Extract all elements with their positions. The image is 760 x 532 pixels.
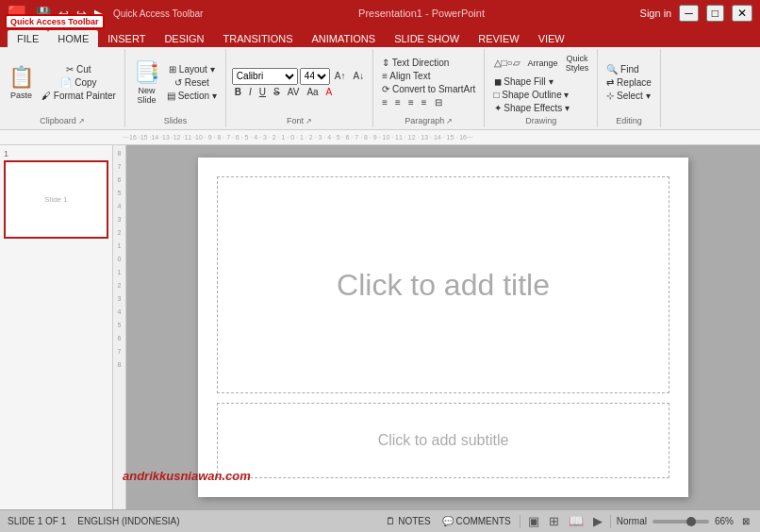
italic-button[interactable]: I [246,86,255,98]
font-color-btn[interactable]: A [323,86,336,98]
zoom-thumb[interactable] [686,517,696,526]
bold-button[interactable]: B [232,86,244,98]
ribbon-tab-bar: FILE HOME INSERT DESIGN TRANSITIONS ANIM… [0,26,760,47]
ruler-num: 3 [118,292,122,306]
zoom-slider[interactable] [653,520,709,524]
editing-row-1: 🔍 Find [603,63,653,75]
shape-effects-btn[interactable]: ✦ Shape Effects ▾ [491,102,573,114]
fit-slide-button[interactable]: ⊠ [739,515,752,527]
tab-file[interactable]: FILE [8,30,48,47]
signin-label: Sign in [640,8,672,19]
editing-row-3: ⊹ Select ▾ [603,90,653,102]
copy-button[interactable]: 📄 Copy [39,76,119,89]
reset-button[interactable]: ↺ Reset [164,76,220,89]
comments-button[interactable]: 💬 COMMENTS [439,515,514,527]
columns-btn[interactable]: ⊟ [432,96,445,108]
notes-icon: 🗒 [386,516,395,526]
slide-subtitle-textbox[interactable]: Click to add subtitle [217,403,669,478]
section-button[interactable]: ▤ Section ▾ [164,90,220,102]
char-spacing-btn[interactable]: AV [285,86,303,98]
underline-button[interactable]: U [256,86,269,98]
quick-styles-btn[interactable]: QuickStyles [563,52,592,75]
slide-title-textbox[interactable]: Click to add title [217,176,669,393]
editing-label: Editing [616,114,642,125]
ribbon-group-drawing: △□○▱ Arrange QuickStyles ◼ Shape Fill ▾ … [485,49,598,127]
new-slide-button[interactable]: 📑 NewSlide [131,58,162,107]
format-painter-button[interactable]: 🖌 Format Painter [39,90,119,102]
reading-view-button[interactable]: 📖 [567,514,586,528]
minimize-button[interactable]: ─ [679,5,699,22]
font-size-select[interactable]: 44 [300,68,330,85]
para-row-4: ≡ ≡ ≡ ≡ ⊟ [379,96,478,108]
paste-button[interactable]: 📋 Paste [6,63,37,102]
tab-home[interactable]: HOME [48,30,98,47]
clipboard-label: Clipboard ↗ [40,114,85,125]
layout-button[interactable]: ⊞ Layout ▾ [164,63,220,75]
slideshow-button[interactable]: ▶ [591,514,604,528]
justify-btn[interactable]: ≡ [419,96,430,108]
ruler-num: 5 [118,187,122,200]
ribbon-group-editing: 🔍 Find ⇄ Replace ⊹ Select ▾ Editing [598,49,660,127]
zoom-level: 66% [715,516,734,526]
ruler-num: 6 [118,332,122,345]
drawing-label: Drawing [525,114,556,125]
strikethrough-button[interactable]: S [271,86,283,98]
quick-access-label: Quick Access Toolbar [113,8,203,19]
cut-button[interactable]: ✂ Cut [39,63,119,75]
slide-thumbnail-1[interactable]: Slide 1 [4,160,108,239]
para-row-1: ⇕ Text Direction [379,57,478,69]
font-family-select[interactable]: Calibri [232,68,298,85]
status-right: 🗒 NOTES 💬 COMMENTS ▣ ⊞ 📖 ▶ Normal 66% ⊠ [383,514,752,528]
ruler-num: 0 [118,253,122,266]
ruler-marks-h: ⋯16 ·15 ·14 ·13 ·12 ·11 ·10 · 9 · 8 · 7 … [123,134,473,141]
tab-animations[interactable]: ANIMATIONS [303,30,386,47]
shape-outline-btn[interactable]: □ Shape Outline ▾ [491,89,572,101]
ribbon-group-font: Calibri 44 A↑ A↓ B I U S AV Aa A [226,49,373,127]
ruler-num: 1 [118,240,122,253]
ruler-num: 8 [118,147,122,160]
para-rows: ⇕ Text Direction ≡ Align Text ⟳ Convert … [379,57,478,108]
align-right-btn[interactable]: ≡ [405,96,417,108]
replace-btn[interactable]: ⇄ Replace [603,76,653,89]
tab-view[interactable]: VIEW [529,30,574,47]
notes-label: NOTES [398,516,430,526]
arrange-btn[interactable]: Arrange [525,57,561,70]
ruler-num: 2 [118,226,122,240]
horizontal-ruler: ⋯16 ·15 ·14 ·13 ·12 ·11 ·10 · 9 · 8 · 7 … [0,130,760,145]
shape-fill-btn[interactable]: ◼ Shape Fill ▾ [491,75,556,88]
increase-font-btn[interactable]: A↑ [332,70,349,82]
paragraph-label: Paragraph ↗ [405,114,453,125]
tab-transitions[interactable]: TRANSITIONS [214,30,303,47]
slide-sorter-button[interactable]: ⊞ [547,514,561,528]
align-center-btn[interactable]: ≡ [392,96,404,108]
tab-design[interactable]: DESIGN [155,30,213,47]
align-text-btn[interactable]: ≡ Align Text [379,70,433,82]
ribbon-group-slides: 📑 NewSlide ⊞ Layout ▾ ↺ Reset ▤ Section … [125,49,226,127]
slide-navigation-pane: 1 Slide 1 [0,145,113,509]
status-bar: SLIDE 1 OF 1 ENGLISH (INDONESIA) 🗒 NOTES… [0,509,760,532]
comments-icon: 💬 [442,516,454,526]
tab-insert[interactable]: INSERT [98,30,155,47]
ruler-num: 7 [118,160,122,174]
convert-smartart-btn[interactable]: ⟳ Convert to SmartArt [379,83,478,95]
font-row-2: B I U S AV Aa A [232,86,367,98]
normal-view-button[interactable]: ▣ [526,514,541,528]
shapes-btn[interactable]: △□○▱ [491,57,523,69]
maximize-button[interactable]: □ [706,5,724,22]
text-case-btn[interactable]: Aa [304,86,321,98]
tab-review[interactable]: REVIEW [469,30,528,47]
align-left-btn[interactable]: ≡ [379,96,390,108]
select-btn[interactable]: ⊹ Select ▾ [603,90,653,102]
notes-button[interactable]: 🗒 NOTES [383,515,433,527]
tab-slideshow[interactable]: SLIDE SHOW [385,30,469,47]
slides-buttons: 📑 NewSlide ⊞ Layout ▾ ↺ Reset ▤ Section … [131,51,220,114]
status-separator-2 [610,515,611,528]
decrease-font-btn[interactable]: A↓ [351,70,368,82]
ruler-num: 6 [118,174,122,187]
text-direction-btn[interactable]: ⇕ Text Direction [379,57,452,69]
slide-canvas: Click to add title Click to add subtitle [198,158,688,497]
slides-label: Slides [164,114,188,125]
drawing-row-1: △□○▱ Arrange QuickStyles [491,52,592,75]
close-button[interactable]: ✕ [732,5,752,22]
find-btn[interactable]: 🔍 Find [603,63,641,75]
